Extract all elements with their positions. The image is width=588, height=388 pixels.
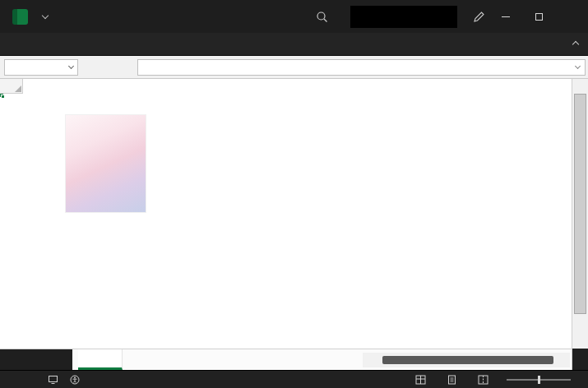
zoom-slider-thumb[interactable] — [538, 376, 540, 384]
minimize-icon — [502, 16, 510, 17]
maximize-button[interactable] — [522, 0, 555, 33]
ribbon-collapse-icon[interactable] — [572, 40, 579, 47]
sheet-tab-sheet1[interactable] — [78, 349, 123, 370]
scroll-up-icon[interactable] — [572, 79, 588, 92]
name-box-dropdown-icon[interactable] — [64, 66, 77, 68]
page-break-view-icon[interactable] — [478, 375, 488, 385]
excel-window — [0, 0, 588, 388]
formula-input[interactable] — [137, 59, 586, 76]
horizontal-scrollbar-track[interactable] — [374, 353, 558, 367]
name-box[interactable] — [4, 59, 78, 76]
zoom-slider[interactable] — [507, 379, 571, 381]
vertical-scrollbar-thumb[interactable] — [574, 94, 586, 314]
title-bar — [0, 0, 588, 33]
minimize-button[interactable] — [489, 0, 522, 33]
maximize-icon — [535, 13, 543, 21]
title-dropdown-icon[interactable] — [42, 12, 49, 18]
inking-pen-icon[interactable] — [468, 11, 489, 23]
display-icon — [48, 375, 58, 385]
sheet-tab-bar — [0, 349, 572, 370]
status-bar — [0, 370, 588, 388]
status-bar-right — [404, 375, 580, 385]
selection-box — [0, 94, 3, 97]
horizontal-scrollbar[interactable] — [363, 353, 570, 367]
sheet-navigation — [0, 349, 72, 370]
normal-view-icon[interactable] — [415, 375, 426, 385]
page-layout-view-icon[interactable] — [447, 375, 457, 385]
excel-app-icon — [12, 9, 28, 25]
select-all-corner[interactable] — [0, 79, 23, 94]
formula-bar-expand-icon[interactable] — [570, 66, 585, 68]
redacted-account-area — [350, 6, 457, 28]
accessibility-icon — [70, 375, 80, 385]
search-icon[interactable] — [311, 11, 332, 23]
horizontal-scrollbar-thumb[interactable] — [382, 356, 553, 364]
worksheet-grid — [0, 79, 572, 349]
column-header-row — [0, 79, 572, 94]
close-button[interactable] — [555, 0, 588, 33]
formula-bar — [0, 56, 588, 79]
scroll-down-icon[interactable] — [572, 349, 588, 370]
ribbon-tab-strip — [0, 33, 588, 56]
embedded-picture[interactable] — [66, 115, 146, 212]
vertical-scrollbar[interactable] — [572, 79, 588, 370]
fill-handle[interactable] — [1, 95, 5, 99]
sheet-bar-spacer — [144, 349, 358, 370]
